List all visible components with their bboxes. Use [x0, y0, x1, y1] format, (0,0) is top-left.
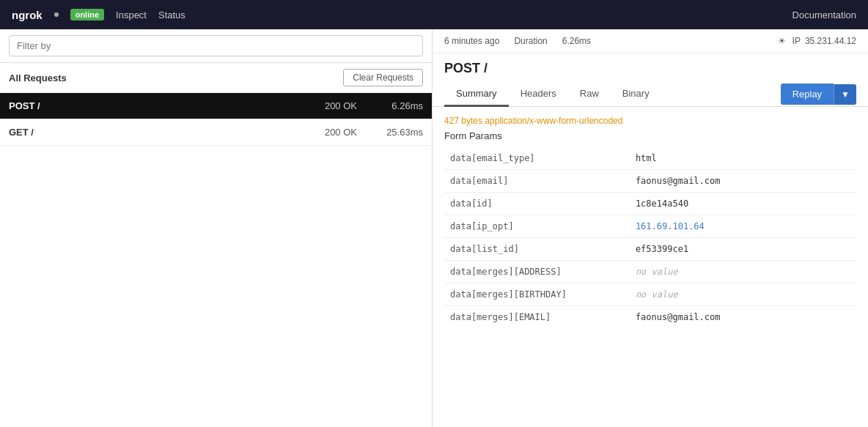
requests-header: All Requests Clear Requests — [0, 63, 432, 93]
filter-bar — [0, 29, 432, 63]
param-key: data[list_id] — [444, 238, 630, 261]
request-meta: 6 minutes ago Duration 6.26ms ☀ IP 35.23… — [433, 29, 868, 53]
tab-summary[interactable]: Summary — [444, 82, 509, 107]
table-row: data[ip_opt]161.69.101.64 — [444, 215, 856, 238]
param-key: data[email_type] — [444, 147, 630, 170]
requests-list: POST / 200 OK 6.26ms GET / 200 OK 25.63m… — [0, 93, 432, 427]
replay-btn-group: Replay ▼ — [781, 83, 856, 105]
tab-binary[interactable]: Binary — [611, 82, 661, 107]
request-item[interactable]: GET / 200 OK 25.63ms — [0, 119, 432, 146]
request-method: POST / — [9, 100, 325, 111]
param-value: no value — [630, 283, 856, 306]
param-key: data[merges][BIRTHDAY] — [444, 283, 630, 306]
request-status: 200 OK — [325, 100, 357, 111]
request-status: 200 OK — [325, 127, 357, 138]
right-panel: 6 minutes ago Duration 6.26ms ☀ IP 35.23… — [433, 29, 868, 427]
meta-duration-label: Duration — [514, 36, 547, 46]
replay-dropdown-button[interactable]: ▼ — [834, 84, 856, 105]
tabs-row: Summary Headers Raw Binary Replay ▼ — [433, 76, 868, 107]
navbar: ngrok online Inspect Status Documentatio… — [0, 0, 868, 29]
param-value: 1c8e14a540 — [630, 193, 856, 215]
nav-status[interactable]: Status — [158, 10, 185, 21]
param-value: no value — [630, 261, 856, 283]
requests-title: All Requests — [9, 73, 67, 83]
tab-headers[interactable]: Headers — [509, 82, 568, 107]
filter-input[interactable] — [9, 35, 423, 56]
request-duration: 25.63ms — [372, 127, 423, 138]
table-row: data[merges][ADDRESS]no value — [444, 261, 856, 283]
param-key: data[ip_opt] — [444, 215, 630, 238]
request-method: GET / — [9, 127, 325, 138]
body-info: 427 bytes application/x-www-form-urlenco… — [444, 116, 856, 126]
meta-ip-label: IP — [792, 36, 801, 46]
meta-ip-section: ☀ IP 35.231.44.12 — [776, 35, 856, 47]
request-body: 427 bytes application/x-www-form-urlenco… — [433, 107, 868, 427]
param-key: data[merges][EMAIL] — [444, 306, 630, 329]
meta-ip-value: 35.231.44.12 — [805, 36, 856, 46]
online-badge: online — [70, 9, 104, 21]
table-row: data[email]faonus@gmail.com — [444, 170, 856, 193]
form-params-label: Form Params — [444, 130, 856, 141]
user-icon: ☀ — [776, 35, 788, 47]
param-key: data[id] — [444, 193, 630, 215]
table-row: data[email_type]html — [444, 147, 856, 170]
param-value: html — [630, 147, 856, 170]
replay-button[interactable]: Replay — [781, 83, 834, 105]
table-row: data[list_id]ef53399ce1 — [444, 238, 856, 261]
param-value: 161.69.101.64 — [630, 215, 856, 238]
nav-inspect[interactable]: Inspect — [116, 10, 147, 21]
tab-raw[interactable]: Raw — [568, 82, 611, 107]
brand-logo: ngrok — [12, 9, 43, 21]
param-key: data[merges][ADDRESS] — [444, 261, 630, 283]
table-row: data[merges][BIRTHDAY]no value — [444, 283, 856, 306]
request-title: POST / — [433, 53, 868, 76]
param-value: ef53399ce1 — [630, 238, 856, 261]
param-value: faonus@gmail.com — [630, 170, 856, 193]
left-panel: All Requests Clear Requests POST / 200 O… — [0, 29, 433, 427]
meta-time: 6 minutes ago — [444, 36, 499, 46]
main-container: All Requests Clear Requests POST / 200 O… — [0, 29, 868, 427]
clear-requests-button[interactable]: Clear Requests — [343, 69, 423, 86]
nav-documentation[interactable]: Documentation — [792, 10, 856, 21]
request-duration: 6.26ms — [372, 100, 423, 111]
meta-duration-value: 6.26ms — [562, 36, 591, 46]
table-row: data[id]1c8e14a540 — [444, 193, 856, 215]
param-value: faonus@gmail.com — [630, 306, 856, 329]
param-key: data[email] — [444, 170, 630, 193]
request-item[interactable]: POST / 200 OK 6.26ms — [0, 93, 432, 119]
table-row: data[merges][EMAIL]faonus@gmail.com — [444, 306, 856, 329]
params-table: data[email_type]htmldata[email]faonus@gm… — [444, 147, 856, 328]
status-dot — [54, 12, 59, 17]
